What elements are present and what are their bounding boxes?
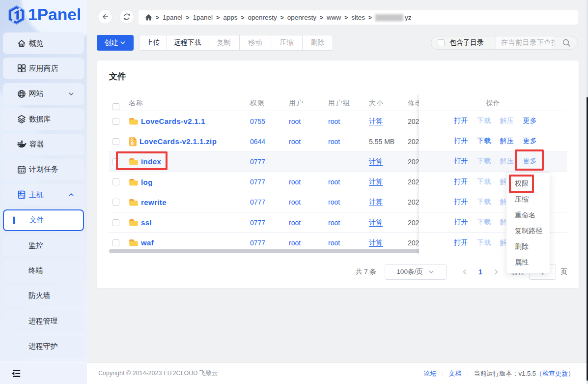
include-subdir-checkbox[interactable]: 包含子目录 bbox=[431, 38, 496, 47]
file-name-link[interactable]: ssl bbox=[141, 218, 152, 227]
unzip-action[interactable]: 解压 bbox=[500, 117, 514, 125]
row-checkbox[interactable] bbox=[112, 239, 119, 246]
group-link[interactable]: root bbox=[328, 198, 340, 206]
file-name-link[interactable]: LoveCards-v2.1.1.zip bbox=[140, 137, 217, 146]
breadcrumb-item[interactable]: www bbox=[327, 14, 341, 21]
open-action[interactable]: 打开 bbox=[454, 177, 468, 186]
sidebar-item-11[interactable]: 进程管理 bbox=[3, 310, 84, 332]
download-action[interactable]: 下载 bbox=[477, 117, 491, 125]
group-link[interactable]: root bbox=[328, 219, 340, 227]
user-link[interactable]: root bbox=[289, 178, 301, 186]
download-action[interactable]: 下载 bbox=[477, 218, 491, 227]
file-name-link[interactable]: LoveCards-v2.1.1 bbox=[141, 117, 205, 125]
current-page[interactable]: 1 bbox=[473, 264, 488, 280]
file-name-link[interactable]: waf bbox=[141, 238, 154, 247]
unzip-action[interactable]: 解压 bbox=[500, 137, 514, 146]
sidebar-item-6[interactable]: 主机 bbox=[3, 184, 84, 206]
permission-link[interactable]: 0777 bbox=[250, 198, 265, 206]
toolbar-button-3[interactable]: 移动 bbox=[240, 35, 271, 51]
select-all-checkbox[interactable] bbox=[112, 103, 119, 110]
row-checkbox[interactable] bbox=[112, 219, 119, 226]
prev-page-button[interactable] bbox=[457, 264, 473, 280]
toolbar-button-2[interactable]: 复制 bbox=[208, 35, 240, 51]
row-checkbox[interactable] bbox=[112, 199, 119, 206]
back-button[interactable] bbox=[98, 9, 112, 24]
group-link[interactable]: root bbox=[328, 178, 340, 186]
breadcrumb-item[interactable]: sites bbox=[351, 14, 365, 21]
horizontal-scrollbar[interactable] bbox=[109, 249, 420, 253]
sidebar-item-3[interactable]: 数据库 bbox=[3, 108, 84, 130]
row-checkbox[interactable] bbox=[112, 118, 119, 125]
forum-link[interactable]: 论坛 bbox=[424, 369, 437, 378]
download-action[interactable]: 下载 bbox=[477, 137, 491, 146]
row-checkbox[interactable] bbox=[112, 158, 119, 165]
file-name-link[interactable]: index bbox=[141, 157, 161, 166]
breadcrumb-item[interactable]: openresty bbox=[287, 14, 316, 21]
breadcrumb-item[interactable]: openresty bbox=[248, 14, 277, 21]
permission-link[interactable]: 0755 bbox=[250, 118, 265, 125]
sidebar-item-1[interactable]: 应用商店 bbox=[3, 58, 84, 79]
file-name-link[interactable]: log bbox=[141, 178, 153, 186]
download-action[interactable]: 下载 bbox=[477, 177, 491, 186]
sidebar-item-9[interactable]: 终端 bbox=[3, 260, 84, 282]
open-action[interactable]: 打开 bbox=[454, 238, 468, 247]
docs-link[interactable]: 文档 bbox=[449, 369, 462, 378]
check-update-link[interactable]: （检查更新） bbox=[536, 369, 574, 378]
group-link[interactable]: root bbox=[328, 118, 340, 125]
compute-size-link[interactable]: 计算 bbox=[369, 117, 383, 126]
collapse-sidebar-button[interactable] bbox=[0, 362, 87, 384]
user-link[interactable]: root bbox=[289, 118, 301, 125]
open-action[interactable]: 打开 bbox=[454, 137, 468, 146]
sidebar-item-10[interactable]: 防火墙 bbox=[3, 285, 84, 307]
toolbar-button-0[interactable]: 上传 bbox=[139, 35, 167, 51]
sidebar-item-7[interactable]: 文件 bbox=[3, 209, 84, 231]
sidebar-item-4[interactable]: 容器 bbox=[3, 134, 84, 155]
row-checkbox[interactable] bbox=[112, 138, 119, 145]
compute-size-link[interactable]: 计算 bbox=[369, 218, 383, 227]
download-action[interactable]: 下载 bbox=[477, 198, 491, 207]
page-size-select[interactable]: 100条/页 bbox=[385, 264, 447, 280]
sidebar-item-0[interactable]: 概览 bbox=[3, 32, 84, 54]
toolbar-button-5[interactable]: 删除 bbox=[303, 35, 333, 51]
permission-link[interactable]: 0777 bbox=[250, 158, 265, 166]
breadcrumb-item[interactable]: apps bbox=[223, 14, 237, 21]
more-action[interactable]: 更多 bbox=[523, 137, 537, 146]
search-input[interactable]: 在当前目录下查找 bbox=[496, 36, 555, 49]
dropdown-item-4[interactable]: 删除 bbox=[506, 238, 550, 254]
open-action[interactable]: 打开 bbox=[454, 218, 468, 227]
sidebar-item-8[interactable]: 监控 bbox=[3, 235, 84, 256]
compute-size-link[interactable]: 计算 bbox=[369, 238, 383, 247]
group-link[interactable]: root bbox=[328, 239, 340, 247]
sidebar-item-5[interactable]: 计划任务 bbox=[3, 159, 84, 180]
user-link[interactable]: root bbox=[289, 138, 301, 146]
open-action[interactable]: 打开 bbox=[454, 117, 468, 125]
toolbar-button-4[interactable]: 压缩 bbox=[271, 35, 303, 51]
dropdown-item-2[interactable]: 重命名 bbox=[506, 207, 550, 223]
compute-size-link[interactable]: 计算 bbox=[369, 198, 383, 207]
open-action[interactable]: 打开 bbox=[454, 198, 468, 207]
file-name-link[interactable]: rewrite bbox=[141, 198, 167, 207]
breadcrumb-item[interactable]: 1panel bbox=[193, 14, 213, 21]
checkbox-box[interactable] bbox=[438, 39, 445, 46]
create-button[interactable]: 创建 bbox=[97, 35, 134, 51]
sidebar-item-12[interactable]: 进程守护 bbox=[3, 336, 84, 357]
compute-size-link[interactable]: 计算 bbox=[369, 177, 383, 186]
breadcrumb-item[interactable]: 1panel bbox=[163, 14, 183, 21]
user-link[interactable]: root bbox=[289, 239, 301, 247]
dropdown-item-3[interactable]: 复制路径 bbox=[506, 223, 550, 238]
permission-link[interactable]: 0777 bbox=[250, 239, 265, 247]
download-action[interactable]: 下载 bbox=[477, 157, 491, 166]
sidebar-item-2[interactable]: 网站 bbox=[3, 83, 84, 105]
dropdown-item-5[interactable]: 属性 bbox=[506, 254, 550, 270]
group-link[interactable]: root bbox=[328, 138, 340, 146]
download-action[interactable]: 下载 bbox=[477, 238, 491, 247]
open-action[interactable]: 打开 bbox=[454, 157, 468, 166]
permission-link[interactable]: 0777 bbox=[250, 219, 265, 227]
refresh-button[interactable] bbox=[119, 9, 134, 24]
row-checkbox[interactable] bbox=[112, 178, 119, 185]
more-action[interactable]: 更多 bbox=[523, 117, 537, 125]
user-link[interactable]: root bbox=[289, 219, 301, 227]
compute-size-link[interactable]: 计算 bbox=[369, 157, 383, 166]
dropdown-item-1[interactable]: 压缩 bbox=[506, 191, 550, 207]
search-submit-button[interactable] bbox=[555, 36, 577, 49]
